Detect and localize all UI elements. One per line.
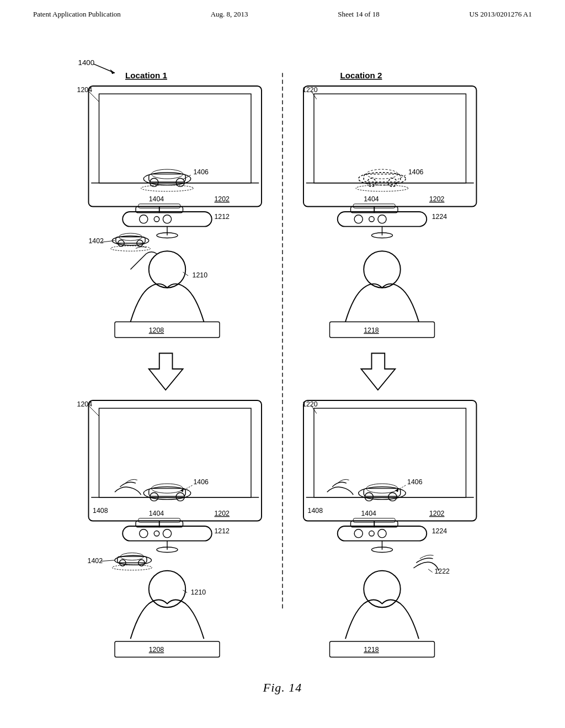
monitor-left-top [89,86,262,207]
location2-label: Location 2 [340,71,382,80]
label-1212-lt: 1212 [215,213,230,221]
platform-rb [330,641,435,657]
label-1402-b: 1402 [88,557,103,565]
keyboard-bar-lt [122,212,212,227]
keyboard-bar-lb [122,526,212,541]
label-1218-b: 1218 [364,646,379,654]
label-1404-rt: 1404 [364,195,379,203]
diagram-svg: 1400 Location 1 Location 2 1204 [33,44,532,673]
svg-point-75 [365,493,373,501]
monitor-right-top [303,86,477,207]
platform-rt [330,322,435,338]
monitor-rb [303,400,477,521]
svg-point-38 [354,215,363,223]
label-1402-t: 1402 [89,237,104,245]
platform-lb [115,641,220,657]
label-1218-t: 1218 [364,326,379,334]
svg-point-64 [112,565,152,570]
label-1202-lb: 1202 [215,510,230,517]
svg-point-39 [369,217,375,222]
label-1224-b: 1224 [432,527,447,535]
location1-label: Location 1 [125,71,167,80]
monitor-lb [89,400,262,521]
svg-point-11 [141,185,194,191]
monitor-screen-lb [99,408,252,497]
figure-label: Fig. 14 [263,681,302,695]
monitor-screen-left-top [99,94,252,183]
label-1212-b: 1212 [215,527,230,535]
label-1220-b: 1220 [302,400,318,408]
svg-point-14 [154,217,159,222]
svg-point-78 [354,529,363,538]
label-1406-lb: 1406 [194,478,209,486]
label-1202-rt: 1202 [429,195,445,203]
keyboard-bar-rb [338,526,427,541]
label-1404-lt: 1404 [149,195,164,203]
label-1210-t: 1210 [193,271,208,279]
person-lb [149,571,186,608]
platform-lt [115,322,220,338]
page-header: Patent Application Publication Aug. 8, 2… [0,0,565,19]
person-lt [149,251,186,288]
svg-line-83 [428,569,433,572]
patent-diagram: 1400 Location 1 Location 2 1204 [33,44,532,673]
svg-point-56 [163,529,171,538]
label-1208-b: 1208 [149,646,164,654]
svg-point-80 [378,529,386,538]
header-patent: US 2013/0201276 A1 [470,10,532,19]
svg-rect-32 [364,174,401,182]
main-content: 1400 Location 1 Location 2 1204 [33,33,532,706]
header-publication: Patent Application Publication [33,10,121,19]
label-1406-lt: 1406 [194,168,209,176]
svg-point-40 [378,215,386,223]
svg-point-52 [176,493,184,501]
svg-point-15 [163,215,171,223]
svg-line-4 [89,92,99,102]
svg-point-9 [150,178,158,186]
arrow-down-right [361,354,396,390]
svg-point-51 [150,493,158,501]
label-1408-lb: 1408 [93,507,108,515]
label-1400: 1400 [78,58,95,67]
monitor-screen-rt [314,94,466,183]
svg-point-76 [388,493,397,501]
svg-point-79 [369,531,375,537]
svg-line-46 [89,406,99,416]
svg-point-36 [356,185,408,191]
label-1224-t: 1224 [432,213,447,221]
label-1220-t: 1220 [302,86,318,94]
arrow-down-left [149,354,183,390]
label-1202-lt: 1202 [215,195,230,203]
label-1406-rt: 1406 [408,168,424,176]
label-1404-rb: 1404 [361,510,377,517]
person-rb [364,571,401,608]
svg-point-23 [110,246,150,251]
label-1406-rb: 1406 [407,478,423,486]
label-1222-b: 1222 [435,568,450,575]
label-1210-b: 1210 [191,588,206,596]
svg-point-54 [140,529,148,538]
label-1404-lb: 1404 [149,510,164,517]
person-rt [364,251,401,288]
svg-point-55 [154,531,159,537]
monitor-screen-rb [314,408,466,497]
label-1208-t: 1208 [149,326,164,334]
keyboard-bar-rt [338,212,427,227]
svg-line-65 [100,560,115,561]
svg-point-13 [140,215,148,223]
header-date: Aug. 8, 2013 [211,10,248,19]
label-1202-rb: 1202 [429,510,445,517]
header-sheet: Sheet 14 of 18 [338,10,379,19]
label-1408-rb: 1408 [308,507,323,515]
